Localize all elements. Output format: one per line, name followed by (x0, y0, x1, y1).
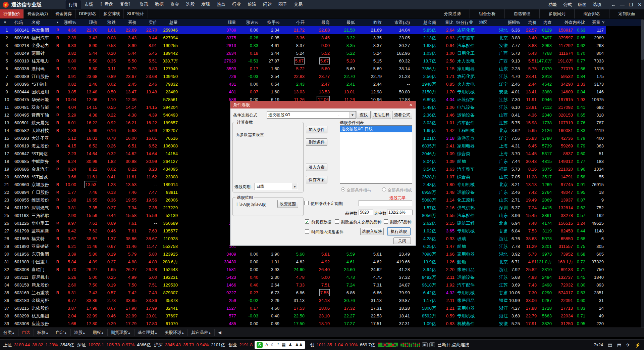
toolbar-tab-2[interactable]: 资金博弈 (52, 9, 76, 18)
dialog-close-icon[interactable]: × (407, 101, 415, 108)
menu-item-3[interactable]: 复盘〗 (116, 0, 136, 9)
market-tab-2[interactable]: 板块▲ (34, 329, 52, 336)
market-tab-1[interactable]: 自选 (18, 329, 34, 336)
font-icon[interactable]: A (265, 342, 268, 347)
add-condition-button[interactable]: 加入条件 (306, 126, 327, 133)
column-header-extra[interactable]: ? (602, 19, 604, 26)
count-input[interactable]: 5020 (359, 210, 373, 215)
table-row[interactable]: 1600141兴发集团R4.6622.701.0122.6922.7025904… (0, 26, 644, 34)
dialog-close-button[interactable]: 关闭 (393, 237, 411, 244)
board-icon[interactable]: ▤ (608, 342, 612, 348)
table-row[interactable]: 31601989中国重工R5.844.890.274.884.89288.6万3… (0, 258, 644, 266)
back-icon[interactable]: ← (609, 1, 618, 9)
users-icon[interactable]: ♟♟ (295, 342, 303, 347)
column-header-18[interactable]: 量比 (410, 19, 453, 26)
column-header-26[interactable]: 买量 (557, 19, 600, 26)
filter-icon[interactable]: ▼ (3, 19, 7, 26)
market-tab-4[interactable]: 港股▲ (71, 329, 89, 336)
usage-notes-button[interactable]: 用法注释 (372, 111, 391, 119)
period-combobox[interactable]: 日线 ▼ (255, 183, 298, 190)
replay-badge[interactable]: ◉ (422, 342, 428, 347)
toolbar-tab-4[interactable]: 多空阵线 (100, 9, 124, 18)
to-block-button[interactable]: 选股入板块 (360, 228, 384, 235)
market-tab-8[interactable]: 美股环球▲ (161, 329, 188, 336)
market-tab-6[interactable]: 期货现货▲ (108, 329, 135, 336)
function-menu-item-3[interactable]: 选项 (590, 0, 604, 9)
change-range-button[interactable]: 改变范围 (277, 200, 298, 208)
index-quote-3[interactable]: 创业2191.8 (228, 342, 253, 348)
function-menu-item-2[interactable]: 版面 (575, 0, 590, 9)
keyboard-icon[interactable]: ▦ (282, 342, 286, 347)
toolbar-link-3[interactable]: 多股同列 (539, 9, 574, 18)
table-row[interactable]: 7600389江山股份R3.9123.680.8923.6723.6810945… (0, 73, 644, 80)
toolbar-link-5[interactable]: 定制版面 (609, 9, 644, 18)
connection-status-link[interactable]: 已断开,点此连接 (438, 342, 470, 348)
menu-item-14[interactable]: 交易 (290, 0, 306, 9)
table-row[interactable]: 9600444国机通用R3.8513.480.5013.4713.4823489… (0, 88, 644, 96)
checkbox-time-range[interactable] (305, 229, 309, 234)
toolbar-link-2[interactable]: 自选管理 (504, 9, 539, 18)
column-header-8[interactable]: 总量 (134, 19, 178, 26)
table-row[interactable]: 39603308应流股份1.6617.800.2917.7917.8061070… (0, 320, 644, 327)
table-row[interactable]: 8600396*ST金山0.822.460.022.452.4679832431… (0, 80, 644, 88)
table-row[interactable]: 33603111康尼机电5.265.000.254.995.0019223154… (0, 273, 644, 281)
execute-selection-button[interactable]: 执行选股 (387, 227, 411, 235)
menu-item-5[interactable]: 数据 (152, 0, 167, 9)
table-row[interactable]: 36603180金牌厨柜8.7733.862.7333.8533.8635378… (0, 297, 644, 304)
checkbox-updown-period[interactable] (304, 201, 309, 205)
restore-icon[interactable]: ❐ (627, 1, 635, 9)
function-menu-item-0[interactable]: 功能 (545, 0, 560, 9)
checkbox-exclude-untraded[interactable] (335, 219, 339, 224)
condition-listbox[interactable]: 选突破股XG 日线 (340, 125, 412, 184)
table-row[interactable]: 30601956东贝集团3.395.800.195.795.8012392534… (0, 250, 644, 258)
vertical-scrollbar[interactable] (641, 19, 644, 327)
table-row[interactable]: 2600166福田汽车R2.393.430.083.433.4462709483… (0, 34, 644, 42)
power-icon[interactable]: ⚡ (635, 342, 641, 348)
table-row[interactable]: 32603008喜临门R6.7026.271.6526.2726.2815244… (0, 266, 644, 273)
function-menu-item-1[interactable]: 公式 (560, 0, 575, 9)
menu-item-1[interactable]: 市场 (81, 0, 97, 9)
scrollbar-thumb[interactable] (641, 19, 644, 60)
toolbar-link-1[interactable]: 组合分析 (470, 9, 504, 18)
toolbar-tab-1[interactable]: 资金驱动力 (24, 9, 52, 18)
tab-scroll-left-icon[interactable]: ◀ (215, 329, 225, 336)
chevron-down-icon[interactable]: ▼ (350, 112, 355, 118)
toolbar-tab-3[interactable]: DDE排名 (76, 9, 100, 18)
radio-all-and[interactable] (341, 187, 345, 191)
market-tab-0[interactable]: 分类▲ (0, 329, 18, 336)
table-row[interactable]: 6600336澳柯玛R1.935.800.115.795.80127949359… (0, 65, 644, 73)
menu-item-8[interactable]: 发现 (198, 0, 213, 9)
market-tab-7[interactable]: 基金理财▲ (135, 329, 161, 336)
table-row[interactable]: 5600310桂东电力R6.805.500.355.505.51338.7万27… (0, 57, 644, 65)
menu-item-6[interactable]: 资金 (167, 0, 182, 9)
selected-count-input[interactable]: 132/2.6% (387, 210, 413, 215)
index-quote-0[interactable]: 上证3189.4438.821.23%3545亿 (3, 342, 74, 348)
minimize-icon[interactable]: — (618, 1, 627, 9)
menu-item-2[interactable]: 〖看盘 (97, 0, 116, 9)
menu-item-11[interactable]: 前沿 (244, 0, 260, 9)
table-row[interactable]: 37603215比依股份3.8717.980.6717.9817.9932441… (0, 304, 644, 312)
toolbar-link-0[interactable]: 分类过滤 (435, 9, 470, 18)
dialog-title-bar[interactable]: 条件选股 (230, 101, 416, 108)
formula-combobox[interactable]: 选突破股XG - ▼ (267, 111, 356, 119)
menu-item-4[interactable]: 资讯 (136, 0, 152, 9)
index-quote-chuang[interactable]: 创1011.351.040.10%669.7亿 (310, 342, 375, 348)
condition-list-item[interactable]: 选突破股XG 日线 (340, 126, 412, 132)
menu-item-9[interactable]: 热点 (213, 0, 229, 9)
zero-badge[interactable]: 0 (429, 342, 435, 347)
menu-item-10[interactable]: 行业 (229, 0, 244, 9)
table-row[interactable]: 4600249两面针3.825.440.205.445.451894422634… (0, 49, 644, 57)
import-scheme-button[interactable]: 引入方案 (306, 164, 327, 171)
toolbar-link-4[interactable]: 综合排名 (574, 9, 609, 18)
table-row[interactable]: 3600218全柴动力R6.338.900.538.908.9119025528… (0, 42, 644, 49)
market-tab-5[interactable]: 期权▲ (89, 329, 108, 336)
menu-item-0[interactable]: 行情 (65, 0, 81, 9)
table-row[interactable]: 35603169兰石重装R8.317.430.577.427.438793079… (0, 289, 644, 297)
quote-icon[interactable]: ❜ (277, 342, 279, 347)
checkbox-forward-adjusted[interactable]: ✓ (305, 219, 309, 224)
s-logo-icon[interactable]: S (257, 342, 263, 348)
find-button[interactable]: 查找 (357, 111, 371, 119)
menu-item-12[interactable]: 问达 (260, 0, 275, 9)
close-icon[interactable]: ✕ (635, 1, 644, 9)
market-tab-9[interactable]: 其它品种▲ (188, 329, 215, 336)
